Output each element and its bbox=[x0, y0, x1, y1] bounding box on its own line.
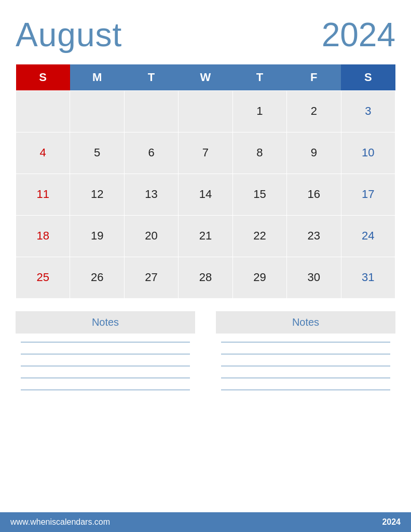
calendar-day-cell: 11 bbox=[16, 174, 70, 215]
notes-line bbox=[21, 366, 190, 366]
notes-line bbox=[21, 342, 190, 342]
calendar-week-row: 11121314151617 bbox=[16, 174, 395, 215]
notes-line bbox=[21, 390, 190, 390]
calendar-day-cell: 17 bbox=[341, 174, 395, 215]
notes-label-container-right: Notes bbox=[216, 311, 395, 334]
header-tuesday: T bbox=[124, 64, 178, 90]
calendar-day-cell: 7 bbox=[179, 132, 232, 174]
calendar-day-cell bbox=[16, 90, 70, 132]
notes-lines-left bbox=[16, 342, 195, 390]
notes-line bbox=[21, 378, 190, 378]
notes-line bbox=[221, 390, 390, 390]
calendar-week-row: 45678910 bbox=[16, 132, 395, 174]
month-title: August bbox=[16, 16, 122, 54]
notes-box-left: Notes bbox=[16, 311, 195, 508]
calendar-day-cell bbox=[70, 90, 124, 132]
day-header-row: S M T W T F S bbox=[16, 64, 395, 90]
notes-label-container-left: Notes bbox=[16, 311, 195, 334]
calendar-day-cell: 22 bbox=[232, 215, 286, 257]
calendar-day-cell: 6 bbox=[124, 132, 178, 174]
calendar-day-cell: 20 bbox=[124, 215, 178, 257]
calendar-week-row: 18192021222324 bbox=[16, 215, 395, 257]
notes-line bbox=[221, 342, 390, 342]
calendar-day-cell: 31 bbox=[341, 257, 395, 298]
header-friday: F bbox=[287, 64, 341, 90]
calendar-day-cell: 4 bbox=[16, 132, 70, 174]
calendar-day-cell: 26 bbox=[70, 257, 124, 298]
notes-line bbox=[21, 354, 190, 354]
calendar-day-cell: 29 bbox=[232, 257, 286, 298]
calendar-day-cell: 5 bbox=[70, 132, 124, 174]
calendar-day-cell: 16 bbox=[287, 174, 341, 215]
notes-line bbox=[221, 366, 390, 366]
calendar-day-cell: 27 bbox=[124, 257, 178, 298]
calendar-day-cell: 23 bbox=[287, 215, 341, 257]
notes-line bbox=[221, 354, 390, 354]
notes-section: Notes Notes bbox=[16, 311, 395, 513]
calendar-day-cell: 3 bbox=[341, 90, 395, 132]
calendar-day-cell: 2 bbox=[287, 90, 341, 132]
calendar-day-cell: 13 bbox=[124, 174, 178, 215]
calendar-day-cell: 25 bbox=[16, 257, 70, 298]
calendar-week-row: 25262728293031 bbox=[16, 257, 395, 298]
header-monday: M bbox=[70, 64, 124, 90]
header-wednesday: W bbox=[179, 64, 232, 90]
calendar-day-cell: 12 bbox=[70, 174, 124, 215]
header-sunday: S bbox=[16, 64, 70, 90]
calendar-day-cell bbox=[179, 90, 232, 132]
calendar-day-cell: 21 bbox=[179, 215, 232, 257]
calendar-day-cell: 1 bbox=[232, 90, 286, 132]
calendar-day-cell: 8 bbox=[232, 132, 286, 174]
calendar-page: August 2024 S M T W T F S 12345678910111… bbox=[0, 0, 411, 532]
calendar-day-cell: 10 bbox=[341, 132, 395, 174]
calendar-body: 1234567891011121314151617181920212223242… bbox=[16, 90, 395, 298]
calendar-day-cell: 18 bbox=[16, 215, 70, 257]
year-title: 2024 bbox=[322, 16, 395, 54]
footer-url: www.wheniscalendars.com bbox=[10, 517, 110, 527]
footer-year: 2024 bbox=[382, 517, 401, 527]
header-saturday: S bbox=[341, 64, 395, 90]
calendar-container: S M T W T F S 12345678910111213141516171… bbox=[16, 64, 395, 299]
notes-label-left: Notes bbox=[92, 316, 119, 328]
calendar-table: S M T W T F S 12345678910111213141516171… bbox=[16, 64, 395, 299]
calendar-day-cell: 30 bbox=[287, 257, 341, 298]
calendar-day-cell: 19 bbox=[70, 215, 124, 257]
footer: www.wheniscalendars.com 2024 bbox=[0, 512, 411, 532]
header-thursday: T bbox=[232, 64, 286, 90]
notes-line bbox=[221, 378, 390, 378]
calendar-day-cell: 14 bbox=[179, 174, 232, 215]
calendar-week-row: 123 bbox=[16, 90, 395, 132]
notes-label-right: Notes bbox=[292, 316, 319, 328]
notes-box-right: Notes bbox=[216, 311, 395, 508]
calendar-day-cell: 9 bbox=[287, 132, 341, 174]
header: August 2024 bbox=[16, 16, 395, 54]
notes-lines-right bbox=[216, 342, 395, 390]
calendar-day-cell: 28 bbox=[179, 257, 232, 298]
calendar-day-cell bbox=[124, 90, 178, 132]
calendar-day-cell: 24 bbox=[341, 215, 395, 257]
calendar-day-cell: 15 bbox=[232, 174, 286, 215]
